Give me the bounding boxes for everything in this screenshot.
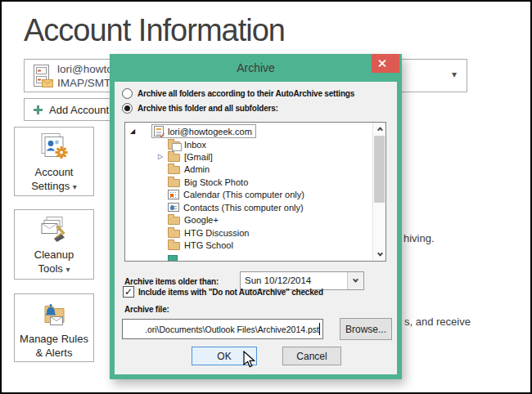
combo-dropdown-icon[interactable] [347,272,363,289]
collapsed-arrow-icon[interactable]: ▷ [158,153,168,160]
scrollbar-thumb[interactable] [374,136,385,203]
folder-icon [168,217,180,225]
expanded-arrow-icon[interactable]: ◢ [130,128,140,135]
dialog-titlebar[interactable]: Archive [110,54,402,82]
older-than-value: Sun 10/12/2014 [241,272,347,289]
tree-item-label: Contacts (This computer only) [183,203,304,213]
tree-item-google-plus[interactable]: Google+ [158,213,219,226]
dropdown-caret-icon: ▾ [65,265,70,274]
background-text-fragment: hiving. [404,232,435,244]
older-than-label: Archive items older than: [124,277,219,286]
cleanup-tools-button[interactable]: Cleanup Tools ▾ [14,209,94,280]
account-settings-button[interactable]: Account Settings ▾ [14,127,94,196]
tree-item-admin[interactable]: Admin [158,163,210,175]
autoarchive-checkbox[interactable]: ✓ [123,286,134,298]
cancel-button[interactable]: Cancel [282,347,341,365]
tree-item-label: [Gmail] [184,152,213,162]
tree-item-label: Calendar (This computer only) [183,190,304,199]
tree-item-label: HTG Discussion [184,228,249,238]
account-settings-icon [36,132,72,163]
cleanup-tools-icon [36,215,72,246]
archive-file-input[interactable]: .ori\Documents\Outlook Files\Archive2014… [122,319,323,339]
dropdown-caret-icon: ▾ [73,182,77,191]
folder-icon [168,230,180,238]
ok-button-label: OK [217,351,231,362]
tree-item-htg-discussion[interactable]: HTG Discussion [158,226,249,239]
account-settings-label-line2: Settings [31,180,70,192]
manage-rules-alerts-button[interactable]: Manage Rules & Alerts [14,293,94,362]
account-settings-label-line1: Account [35,166,74,178]
radio-this-folder[interactable] [122,103,133,114]
scroll-up-icon[interactable] [373,123,386,135]
tree-item-label: Big Stock Photo [184,177,248,187]
tree-root-selection: lori@howtogeek.com [151,124,256,138]
tree-item-label: lori@howtogeek.com [168,127,252,137]
tree-item-label: Inbox [184,140,206,150]
close-icon[interactable] [372,54,399,73]
tree-item-label: Admin [184,164,210,174]
tree-item-account-root[interactable]: ◢ lori@howtogeek.com [130,125,256,137]
archive-file-value: .ori\Documents\Outlook Files\Archive2014… [145,325,319,334]
folder-icon [168,154,180,162]
mouse-cursor [243,351,256,369]
tree-item-contacts[interactable]: Contacts (This computer only) [158,201,304,213]
manage-rules-label-line1: Manage Rules [20,333,88,345]
add-account-label: Add Account [49,104,109,116]
tree-scrollbar[interactable] [372,123,385,261]
manage-rules-label-line2: & Alerts [36,347,73,359]
background-text-fragment: s, and receive [404,316,471,328]
folder-icon [168,242,180,250]
page-title: Account Information [24,13,285,48]
scroll-down-icon[interactable] [373,248,386,261]
tree-item-inbox[interactable]: Inbox [158,138,206,150]
text-caret [319,323,320,335]
archive-dialog: Archive Archive all folders according to… [110,54,402,379]
cleanup-tools-label-line2: Tools [38,262,62,275]
radio-this-folder-label: Archive this folder and all subfolders: [138,104,278,113]
cancel-button-label: Cancel [296,351,327,362]
rules-alerts-icon [36,299,72,330]
folder-tree[interactable]: ◢ lori@howtogeek.com Inbox ▷ [Gmail] [124,122,386,262]
folder-icon [168,166,180,174]
radio-autoarchive-label: Archive all folders according to their A… [138,89,354,98]
screenshot-frame: Account Information lori@howtog IMAP/SMT… [0,0,532,394]
account-dropdown-icon[interactable]: ▾ [452,69,457,80]
archive-file-label: Archive file: [124,305,169,314]
tree-item-label: Google+ [184,215,219,225]
browse-button[interactable]: Browse... [340,318,392,340]
tree-item-htg-school[interactable]: HTG School [158,239,233,251]
tree-item-gmail[interactable]: ▷ [Gmail] [158,150,213,163]
browse-button-label: Browse... [345,324,386,335]
tree-item-calendar[interactable]: Calendar (This computer only) [158,188,304,200]
mailbox-icon [32,64,54,89]
tree-item-partial[interactable] [158,253,178,262]
folder-icon [168,179,180,187]
radio-autoarchive[interactable] [122,88,133,99]
dialog-title: Archive [237,61,275,74]
clipped-folder-icon [168,255,178,262]
dialog-body: Archive all folders according to their A… [115,82,397,374]
plus-icon [34,105,43,114]
inbox-folder-icon [168,141,180,150]
account-root-icon [154,126,164,137]
tree-item-big-stock-photo[interactable]: Big Stock Photo [158,176,248,188]
tree-item-label: HTG School [184,240,233,250]
autoarchive-checkbox-label: Include items with "Do not AutoArchive" … [138,288,323,297]
calendar-icon [168,190,179,199]
cleanup-tools-label-line1: Cleanup [34,248,74,261]
contacts-icon [168,203,179,212]
